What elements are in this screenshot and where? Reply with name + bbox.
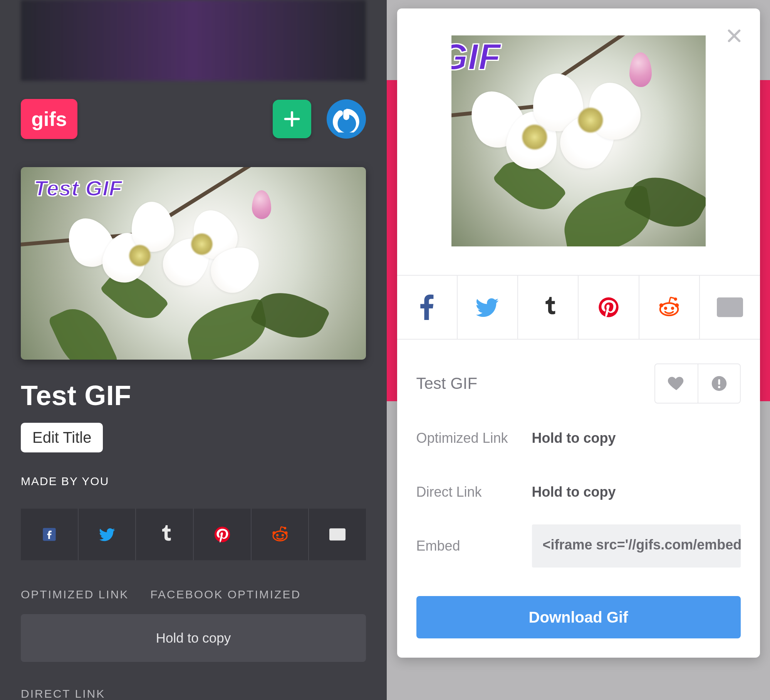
share-email[interactable] [699,276,760,339]
header-bar: gifs [21,81,366,142]
share-tumblr[interactable] [135,509,193,560]
svg-point-9 [281,534,284,536]
facebook-icon [418,295,435,320]
gravatar-icon [333,106,360,132]
svg-point-21 [718,386,720,388]
svg-point-7 [284,531,287,534]
svg-point-18 [671,306,674,310]
modal-gif-preview[interactable]: t GIF [451,35,706,246]
pinterest-icon [598,296,619,318]
share-pinterest[interactable] [193,509,251,560]
svg-rect-20 [718,379,720,385]
brand-logo[interactable]: gifs [21,99,77,139]
link-labels-row: OPTIMIZED LINK FACEBOOK OPTIMIZED [21,588,366,601]
share-facebook[interactable] [21,509,78,560]
gif-title: Test GIF [21,380,366,411]
plus-icon [282,109,302,129]
share-facebook[interactable] [397,276,457,339]
embed-row: Embed <iframe src='//gifs.com/embed [397,519,760,573]
direct-link-label: Direct Link [416,484,532,500]
gif-overlay-caption: Test GIF [34,176,122,201]
report-icon [711,375,727,392]
header-backdrop [21,0,366,81]
direct-link-label: DIRECT LINK [21,687,366,700]
facebook-optimized-label: FACEBOOK OPTIMIZED [150,588,301,601]
share-pinterest[interactable] [578,276,638,339]
svg-point-8 [276,534,278,536]
optimized-link-copy[interactable]: Hold to copy [532,430,741,446]
tumblr-icon [540,296,556,318]
svg-point-17 [664,306,667,310]
pinterest-icon [214,526,231,543]
share-reddit[interactable] [639,276,699,339]
svg-point-15 [659,303,663,307]
detail-view: gifs [0,0,387,700]
create-new-button[interactable] [273,100,311,138]
header-actions [273,99,366,139]
modal-action-group [654,363,741,404]
email-icon [329,528,346,541]
edit-title-button[interactable]: Edit Title [21,423,103,452]
modal-close-button[interactable] [725,27,743,45]
like-button[interactable] [655,364,698,403]
share-modal: t GIF [397,8,760,658]
share-tumblr[interactable] [517,276,578,339]
svg-point-6 [272,531,275,534]
gif-preview[interactable]: Test GIF [21,167,366,360]
tumblr-icon [158,525,171,544]
modal-title-row: Test GIF [397,340,760,411]
close-icon [725,27,743,45]
twitter-icon [474,294,501,321]
link-section: OPTIMIZED LINK FACEBOOK OPTIMIZED Hold t… [21,588,366,700]
direct-link-copy[interactable]: Hold to copy [532,484,741,500]
share-email[interactable] [308,509,366,560]
share-reddit[interactable] [251,509,309,560]
report-button[interactable] [698,364,740,403]
author-label: MADE BY YOU [21,475,366,488]
embed-label: Embed [416,538,532,554]
email-icon [717,297,743,317]
embed-code-field[interactable]: <iframe src='//gifs.com/embed [532,524,741,568]
optimized-link-copy[interactable]: Hold to copy [21,614,366,662]
share-twitter[interactable] [457,276,517,339]
share-bar [21,509,366,560]
reddit-icon [271,525,289,544]
user-avatar[interactable] [327,99,366,139]
gif-overlay-caption: t GIF [451,36,501,78]
optimized-link-row: Optimized Link Hold to copy [397,411,760,465]
page-behind-modal: t GIF [387,0,770,700]
optimized-link-label: Optimized Link [416,430,532,446]
facebook-icon [42,527,57,542]
twitter-icon [98,525,116,544]
modal-share-bar [397,275,760,340]
svg-point-16 [675,303,679,307]
heart-icon [668,375,685,392]
download-gif-button[interactable]: Download Gif [416,596,741,638]
direct-link-row: Direct Link Hold to copy [397,465,760,519]
share-twitter[interactable] [78,509,136,560]
reddit-icon [657,295,681,319]
modal-gif-title: Test GIF [416,374,478,393]
optimized-link-label: OPTIMIZED LINK [21,588,129,601]
